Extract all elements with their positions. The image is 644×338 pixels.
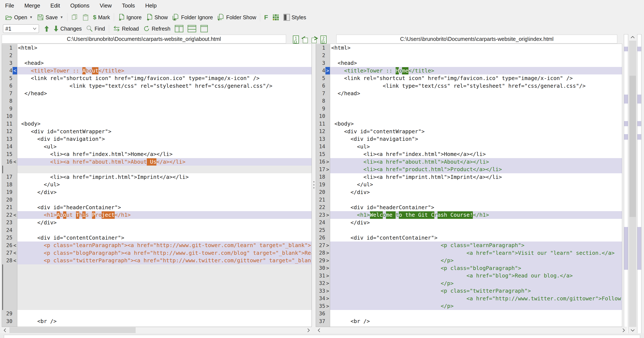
overview-diff-segment[interactable] <box>637 121 641 126</box>
vertical-scrollbar[interactable] <box>629 34 636 334</box>
code-text: <div id="contentWrapper"> <box>330 128 622 136</box>
show-button[interactable]: Show <box>144 12 170 22</box>
code-line: 30 <br /> <box>2 318 312 325</box>
folder-ignore-button[interactable]: Folder Ignore <box>170 12 215 22</box>
vertical-scrollbar-thumb[interactable] <box>630 76 636 217</box>
line-number-gutter: 35> <box>316 302 330 310</box>
copy-button[interactable] <box>69 12 80 22</box>
overview-diff-segment[interactable] <box>624 134 628 140</box>
ignore-button[interactable]: Ignore <box>116 12 144 22</box>
paste-button[interactable] <box>80 12 91 22</box>
mark-button[interactable]: $ Mark <box>91 12 112 22</box>
overview-diff-segment[interactable] <box>637 227 641 270</box>
layout-vertical-split-button[interactable] <box>173 24 186 33</box>
scroll-up-icon[interactable] <box>629 34 636 41</box>
save-button[interactable]: Save ▼ <box>35 12 66 22</box>
code-line: 24 <box>2 226 312 234</box>
menu-item-merge[interactable]: Merge <box>19 0 45 11</box>
menu-item-options[interactable]: Options <box>65 0 94 11</box>
layout-single-pane-button[interactable] <box>198 24 210 33</box>
overview-diff-segment[interactable] <box>624 94 628 104</box>
change-selector[interactable]: #1 <box>3 24 39 33</box>
left-horizontal-scrollbar-thumb[interactable] <box>10 327 136 333</box>
code-text: <head> <box>17 59 312 67</box>
code-line: 9 <box>316 105 622 112</box>
line-number-gutter: 10 <box>2 112 17 120</box>
layout-horizontal-split-button[interactable] <box>186 24 198 33</box>
change-marker <box>326 128 330 136</box>
code-text: <li><a href="imprint.html">Imprint</a></… <box>17 173 312 181</box>
open-dropdown-icon[interactable]: ▼ <box>29 16 33 19</box>
change-marker: > <box>326 166 330 173</box>
save-dropdown-icon[interactable]: ▼ <box>60 16 63 19</box>
code-line: 1<html> <box>316 44 622 52</box>
right-code-pane[interactable]: 1<html>23 <head>4> <title>Tower :: Home<… <box>316 44 622 327</box>
pane-splitter[interactable] <box>312 44 316 327</box>
font-button[interactable]: F <box>262 12 270 22</box>
gap-tick-icon <box>2 295 3 302</box>
right-horizontal-scrollbar[interactable] <box>316 327 627 333</box>
folder-ignore-label: Folder Ignore <box>181 14 213 20</box>
code-text: <br /> <box>330 325 622 327</box>
code-line: 15 <li><a href="index.html">Home</a></li… <box>316 150 622 158</box>
overview-diff-segment[interactable] <box>637 47 641 51</box>
code-text <box>17 287 312 295</box>
code-line: 26 <div id="contentContainer"> <box>316 234 622 242</box>
folder-show-button[interactable]: Folder Show <box>215 12 258 22</box>
menu-item-edit[interactable]: Edit <box>45 0 65 11</box>
color-grid-button[interactable] <box>270 12 281 22</box>
overview-diff-segment[interactable] <box>624 47 628 51</box>
overview-diff-segment[interactable] <box>637 94 641 104</box>
left-horizontal-scrollbar[interactable] <box>2 327 312 333</box>
current-change-marker: > <box>326 67 330 75</box>
code-line: 29> </p> <box>316 257 622 264</box>
refresh-label: Refresh <box>152 26 170 32</box>
previous-change-button[interactable] <box>42 24 51 33</box>
code-text: </ul> <box>17 181 312 188</box>
line-number-gutter: 19 <box>316 181 330 188</box>
refresh-button[interactable]: Refresh <box>141 24 173 33</box>
code-line: 12 <div id="contentWrapper"> <box>316 128 622 136</box>
copy-to-left-button[interactable]: 1 <box>293 35 308 44</box>
code-text: </ul> <box>330 181 622 188</box>
overview-diff-segment[interactable] <box>624 121 628 126</box>
right-file-path: C:\Users\brunobrito\Documents\carparts-w… <box>400 36 554 42</box>
right-overview-ruler[interactable] <box>637 34 642 334</box>
scroll-right-icon[interactable] <box>620 327 627 334</box>
scroll-down-icon[interactable] <box>629 327 636 334</box>
change-marker <box>326 226 330 234</box>
right-file-path-bar: C:\Users\brunobrito\Documents\carparts-w… <box>336 35 617 44</box>
copy-to-right-button[interactable]: 2 <box>311 35 337 44</box>
change-marker <box>12 325 17 327</box>
change-marker <box>326 90 330 97</box>
code-text: <h1>Welcome to the Git Crash Course!</h1… <box>330 211 622 219</box>
code-text <box>17 295 312 302</box>
menu-item-view[interactable]: View <box>94 0 117 11</box>
code-line: 5 <link rel="shortcut icon" href="img/fa… <box>2 74 312 82</box>
line-number-gutter: 21 <box>316 196 330 204</box>
menu-item-tools[interactable]: Tools <box>117 0 140 11</box>
next-change-button[interactable]: Changes <box>51 24 84 33</box>
code-line: 7 </head> <box>316 90 622 97</box>
styles-button[interactable]: Styles <box>281 12 308 22</box>
code-text <box>17 310 312 318</box>
scroll-right-icon[interactable] <box>305 327 312 334</box>
scroll-left-icon[interactable] <box>2 327 8 334</box>
code-text <box>17 105 312 112</box>
line-number-gutter: 8 <box>316 97 330 105</box>
open-button[interactable]: Open ▼ <box>3 12 35 22</box>
overview-diff-segment[interactable] <box>624 227 628 270</box>
change-marker <box>326 188 330 196</box>
change-marker <box>12 196 17 204</box>
menu-item-help[interactable]: Help <box>140 0 162 11</box>
menu-item-file[interactable]: File <box>0 0 19 11</box>
toolbar-separator <box>67 13 68 22</box>
change-marker: > <box>326 264 330 272</box>
left-code-pane[interactable]: 1<html>23 <head>4< <title>Tower :: About… <box>2 44 312 327</box>
changes-label: Changes <box>60 26 82 32</box>
left-overview-ruler[interactable] <box>624 34 628 334</box>
find-button[interactable]: Find <box>84 24 107 33</box>
overview-diff-segment[interactable] <box>637 134 641 140</box>
scroll-left-icon[interactable] <box>316 327 322 334</box>
reload-button[interactable]: Reload <box>111 24 141 33</box>
